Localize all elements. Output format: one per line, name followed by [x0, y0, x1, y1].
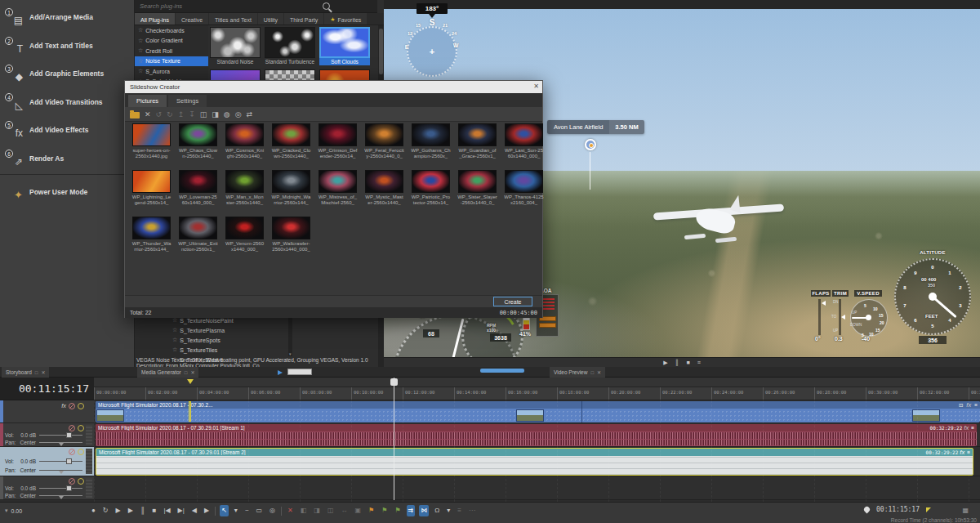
preset-standard-turbulence[interactable]: Standard Turbulence — [265, 27, 315, 65]
timeline-mini-scrollbar[interactable] — [480, 369, 524, 373]
record-icon[interactable]: ● — [90, 505, 97, 516]
tab-storyboard[interactable]: Storyboard □✕ — [2, 367, 49, 378]
picture-item[interactable]: WP_Guardian_of_Grace-2560x1_ — [457, 123, 497, 159]
scroll-arrow-icon[interactable] — [278, 370, 283, 375]
trim-end-icon[interactable]: ◨ — [312, 505, 322, 516]
favorite-star-icon[interactable]: ☆ — [172, 346, 177, 353]
solo-button[interactable] — [78, 425, 84, 431]
pan-slider[interactable] — [39, 439, 82, 446]
time-ruler[interactable]: 00:00:00:0000:02:00:0000:04:00:0000:06:0… — [94, 387, 980, 400]
pause-icon[interactable]: ║ — [675, 360, 679, 366]
pan-crop-icon[interactable]: ⊡ — [959, 402, 963, 409]
picture-item[interactable]: WP_Wallcrawler-2560x1440_000_ — [271, 217, 311, 253]
sidebar-item-add-arrange-media[interactable]: 1▤Add/Arrange Media — [5, 5, 131, 29]
split-trim-icon[interactable]: ◫ — [326, 505, 336, 516]
dialog-tab-pictures[interactable]: Pictures — [128, 95, 167, 107]
normal-edit-tool-icon[interactable]: ↖ — [220, 505, 229, 516]
pan-slider[interactable] — [39, 492, 82, 499]
lock-icon[interactable]: ▣ — [353, 505, 363, 516]
shuffle-icon[interactable]: ⇄ — [246, 110, 252, 118]
picture-item[interactable]: WP_Feral_Ferocity-2560x1440_0_ — [364, 123, 404, 159]
preset-soft-clouds[interactable]: Soft Clouds — [319, 27, 370, 65]
favorite-star-icon[interactable]: ☆ — [172, 327, 177, 333]
picture-item[interactable]: WP_Last_Son-2560x1440_000_ — [504, 123, 544, 159]
marker-icon[interactable] — [187, 379, 194, 384]
event-menu-icon[interactable]: ≡ — [974, 402, 978, 408]
picture-item[interactable]: WP_Crimson_Defender-2560x14_ — [318, 123, 358, 159]
generator-item-noise-texture[interactable]: ☆Noise Texture — [135, 56, 208, 67]
generator-item-s-texturespots[interactable]: ☆S_TextureSpots — [169, 335, 287, 345]
rotate-right-icon[interactable]: ↻ — [167, 110, 173, 118]
track-lane-video[interactable]: Microsoft Flight Simulator 2020.08.17 - … — [94, 400, 980, 423]
picture-item[interactable]: WP_Patriotic_Protector-2560x14_ — [411, 170, 451, 206]
solo-button[interactable] — [78, 449, 84, 455]
favorite-star-icon[interactable]: ☆ — [138, 38, 143, 44]
tab-media-generator[interactable]: Media Generator □✕ — [137, 367, 198, 378]
play-icon[interactable]: ▶ — [127, 505, 135, 516]
picture-item[interactable]: WP_Mystic_Master-2560x1440_ — [364, 170, 404, 206]
generator-item-s-textureplasma[interactable]: ☆S_TexturePlasma — [169, 325, 287, 335]
favorite-star-icon[interactable]: ☆ — [172, 337, 177, 343]
play-from-start-icon[interactable]: ▶ — [114, 505, 122, 516]
track-header-audio-3[interactable]: Vol:0.0 dB Pan:Center — [0, 476, 94, 500]
picture-item[interactable]: WP_Cosmos_Knight-2560x1440_ — [225, 123, 265, 159]
tab-video-preview[interactable]: Video Preview □✕ — [550, 367, 605, 378]
region-end-icon[interactable]: ⚑ — [393, 505, 402, 516]
volume-slider[interactable] — [39, 458, 82, 465]
generator-item-checkerboards[interactable]: ☆Checkerboards — [135, 25, 208, 36]
track-lane-audio-2[interactable]: Microsoft Flight Simulator 2020.08.17 - … — [94, 447, 980, 476]
close-icon[interactable]: ✕ — [190, 369, 194, 375]
video-event[interactable]: Microsoft Flight Simulator 2020.08.17 - … — [96, 401, 980, 422]
picture-item[interactable]: WP_Thunder_Warrior-2560x144_ — [131, 217, 172, 253]
track-header-audio-1[interactable]: Vol:0.0 dB Pan:Center — [0, 423, 94, 447]
create-button[interactable]: Create — [493, 297, 532, 306]
solo-button[interactable] — [78, 478, 84, 485]
stop-icon[interactable]: ■ — [687, 360, 690, 366]
timeline-position-box[interactable] — [287, 369, 312, 375]
sidebar-item-add-graphic-elements[interactable]: 3◆Add Graphic Elements — [5, 61, 131, 86]
undock-icon[interactable]: □ — [35, 370, 38, 375]
slip-icon[interactable]: ↔ — [339, 505, 349, 516]
close-icon[interactable]: ✕ — [597, 369, 601, 375]
plugin-tab-all-plug-ins[interactable]: All Plug-ins — [135, 13, 175, 25]
order-by-name-icon[interactable]: ◫ — [200, 110, 207, 118]
picture-item[interactable]: WP_Cracked_Clown-2560x1440_ — [271, 123, 311, 159]
remove-picture-icon[interactable]: ✕ — [145, 110, 151, 118]
volume-slider[interactable] — [39, 485, 82, 492]
pause-icon[interactable]: ║ — [139, 505, 147, 516]
picture-item[interactable]: super-heroes-on-2560x1440.jpg — [131, 123, 172, 159]
preview-quality-menu-icon[interactable]: ≡ — [697, 360, 701, 366]
preset-standard-noise[interactable]: Standard Noise — [210, 27, 261, 65]
dialog-title-bar[interactable]: Slideshow Creator ✕ — [125, 81, 542, 93]
loop-playback-icon[interactable]: ↻ — [101, 505, 110, 516]
audio-event[interactable]: Microsoft Flight Simulator 2020.08.17 - … — [96, 424, 977, 446]
sidebar-item-add-video-transitions[interactable]: 4◺Add Video Transitions — [5, 90, 131, 114]
crossfade-icon[interactable]: ⋈ — [419, 505, 429, 516]
auto-ripple-icon[interactable]: ⇉ — [407, 505, 416, 516]
picture-item[interactable]: WP_Thanos-4125x2160_004_ — [504, 170, 544, 206]
plugin-tab-favorites[interactable]: ★Favorites — [324, 13, 367, 25]
track-resize-handle[interactable] — [86, 425, 92, 445]
selection-tool-icon[interactable]: ▭ — [255, 505, 265, 516]
order-by-date-icon[interactable]: ◨ — [212, 110, 219, 118]
generator-item-color-gradient[interactable]: ☆Color Gradient — [135, 36, 208, 47]
solo-button[interactable] — [78, 403, 84, 409]
snap-dropdown-icon[interactable]: ▾ — [445, 505, 452, 516]
favorite-star-icon[interactable]: ☆ — [138, 27, 143, 34]
picture-item[interactable]: WP_Venom-2560x1440_000_ — [225, 217, 265, 253]
mute-button[interactable] — [69, 449, 75, 455]
event-menu-icon[interactable]: ≡ — [971, 425, 974, 431]
favorite-star-icon[interactable]: ☆ — [138, 58, 143, 65]
picture-item[interactable]: WP_Chaos_Clown-2560x1440_ — [178, 123, 218, 159]
plugin-tab-utility[interactable]: Utility — [258, 13, 283, 25]
event-fx-icon[interactable]: fx — [964, 424, 969, 431]
picture-item[interactable]: WP_Sister_Slayer-2560x1440_0_ — [457, 170, 497, 206]
sidebar-item-power-user-mode[interactable]: ✦ Power User Mode — [5, 180, 131, 204]
zoom-edit-tool-icon[interactable]: ◎ — [268, 505, 277, 516]
undock-icon[interactable]: □ — [590, 370, 594, 375]
picture-item[interactable]: WP_Gothams_Champion-2560x_ — [411, 123, 451, 159]
stop-icon[interactable]: ■ — [151, 505, 158, 516]
texture-list-scrollbar[interactable] — [288, 315, 292, 356]
search-input[interactable] — [135, 2, 323, 10]
play-icon[interactable]: ▶ — [663, 360, 667, 366]
